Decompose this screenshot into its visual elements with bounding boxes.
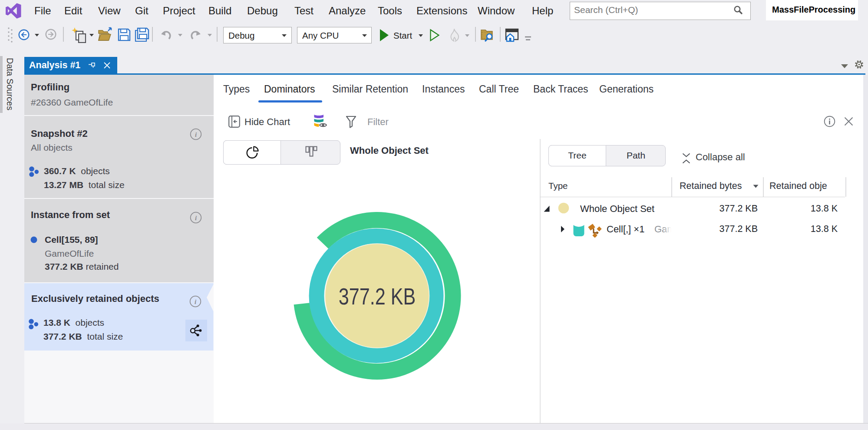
svg-text:377.2 KB: 377.2 KB xyxy=(339,283,416,309)
svg-text:i: i xyxy=(195,131,197,138)
svg-text:i: i xyxy=(195,215,197,222)
svg-text:i: i xyxy=(195,298,197,305)
